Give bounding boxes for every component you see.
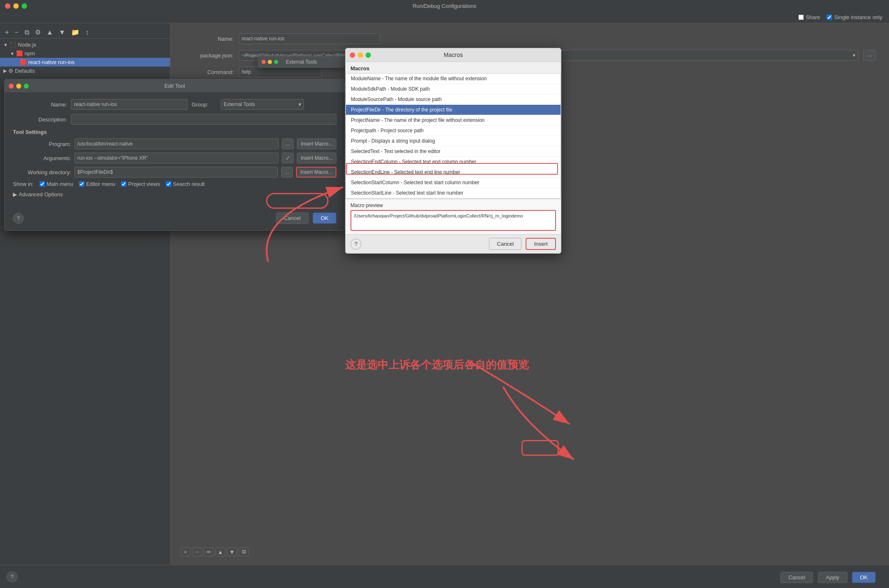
macros-item-6[interactable]: Prompt - Displays a string input dialog xyxy=(346,136,561,146)
remove-config-button[interactable]: − xyxy=(13,28,20,37)
edit-tool-title: Edit Tool xyxy=(10,83,340,89)
macros-section-label: Macros xyxy=(346,62,561,73)
name-input[interactable] xyxy=(239,33,380,44)
macros-preview-section: Macro preview /Users/lichaoqian/Project/… xyxy=(346,199,561,234)
sort-config-button[interactable]: ↕ xyxy=(84,28,90,37)
show-in-main-menu-checkbox[interactable] xyxy=(40,181,45,187)
macros-help-button[interactable]: ? xyxy=(351,239,361,250)
script-toolbar: + − ✏ ▲ ▼ ⧉ xyxy=(177,546,882,558)
dialog-close-button[interactable] xyxy=(9,84,14,89)
copy-script-button[interactable]: ⧉ xyxy=(239,547,249,556)
et-arguments-input[interactable] xyxy=(74,153,279,163)
et-show-in-label: Show in: xyxy=(13,181,34,187)
macros-insert-button[interactable]: Insert xyxy=(526,238,556,250)
macros-preview-label: Macro preview xyxy=(351,203,556,208)
macros-item-8[interactable]: SelectionEndColumn - Selected text end c… xyxy=(346,157,561,167)
macros-item-0[interactable]: ModuleName - The name of the module file… xyxy=(346,74,561,84)
single-instance-label: Single instance only xyxy=(834,14,882,20)
et-program-insert-macro-button[interactable]: Insert Macro... xyxy=(297,138,336,149)
mini-maximize-button[interactable] xyxy=(274,60,278,64)
command-input[interactable] xyxy=(239,67,322,77)
dialog-ok-button[interactable]: OK xyxy=(313,212,336,224)
up-script-button[interactable]: ▲ xyxy=(215,547,225,556)
macros-preview-box: /Users/lichaoqian/Project/Github/dvlproa… xyxy=(351,210,556,231)
close-button[interactable] xyxy=(5,3,10,9)
mini-close-button[interactable] xyxy=(262,60,266,64)
show-in-editor-menu-checkbox[interactable] xyxy=(79,181,84,187)
macros-item-10[interactable]: SelectionStartColumn - Selected text sta… xyxy=(346,178,561,188)
macros-cancel-button[interactable]: Cancel xyxy=(489,238,521,250)
macros-minimize-button[interactable] xyxy=(358,52,363,58)
et-working-dir-dots-button[interactable]: ... xyxy=(281,167,293,178)
macros-item-11[interactable]: SelectionStartLine - Selected text start… xyxy=(346,188,561,198)
dialog-body: Name: Group: External Tools ▾ Descriptio… xyxy=(5,92,345,208)
main-traffic-lights xyxy=(5,3,27,9)
apply-button[interactable]: Apply xyxy=(818,572,847,583)
macros-maximize-button[interactable] xyxy=(365,52,371,58)
share-label: Share xyxy=(806,14,820,20)
title-bar: Run/Debug Configurations xyxy=(0,0,889,12)
dialog-minimize-button[interactable] xyxy=(16,84,21,89)
advanced-options-row[interactable]: ▶ Advanced Options xyxy=(13,191,336,198)
command-label: Command: xyxy=(184,69,234,75)
et-group-dropdown[interactable]: External Tools ▾ xyxy=(221,99,304,110)
macros-item-2[interactable]: ModuleSourcePath - Module source path xyxy=(346,94,561,105)
macros-item-9[interactable]: SelectionEndLine - Selected text end lin… xyxy=(346,167,561,178)
macros-item-5[interactable]: Projectpath - Project source path xyxy=(346,126,561,136)
et-program-dots-button[interactable]: ... xyxy=(282,138,294,149)
folder-config-button[interactable]: 📁 xyxy=(69,28,81,37)
mini-minimize-button[interactable] xyxy=(268,60,272,64)
dialog-traffic-lights xyxy=(9,84,29,89)
sidebar-item-react-native[interactable]: 🟥 react-native run-ios xyxy=(0,58,170,67)
show-in-editor-menu: Editor menu xyxy=(79,181,115,187)
remove-script-button[interactable]: − xyxy=(192,547,202,556)
share-group: Share xyxy=(798,14,820,20)
edit-tool-dialog: Edit Tool Name: Group: External Tools ▾ … xyxy=(4,79,345,231)
minimize-button[interactable] xyxy=(13,3,19,9)
et-working-dir-input[interactable] xyxy=(74,167,278,178)
sidebar-toolbar: + − ⧉ ⚙ ▲ ▼ 📁 ↕ xyxy=(0,27,170,39)
show-in-project-views-checkbox[interactable] xyxy=(121,181,126,187)
sidebar-item-npm[interactable]: ▼ 🟥 npm xyxy=(0,49,170,58)
down-config-button[interactable]: ▼ xyxy=(57,28,67,37)
single-instance-checkbox[interactable] xyxy=(827,15,832,20)
share-checkbox[interactable] xyxy=(798,15,804,20)
macros-item-7[interactable]: SelectedText - Text selected in the edit… xyxy=(346,146,561,157)
up-config-button[interactable]: ▲ xyxy=(45,28,55,37)
et-name-input[interactable] xyxy=(71,99,188,110)
working-dir-row: Working directory: ... Insert Macro... xyxy=(13,167,336,178)
et-program-input[interactable] xyxy=(74,138,279,149)
down-script-button[interactable]: ▼ xyxy=(227,547,237,556)
macros-close-button[interactable] xyxy=(350,52,355,58)
add-script-button[interactable]: + xyxy=(180,547,190,556)
macros-titlebar: Macros xyxy=(346,48,561,62)
edit-script-button[interactable]: ✏ xyxy=(204,547,214,556)
npm-icon: 🟥 xyxy=(16,50,23,57)
cancel-button[interactable]: Cancel xyxy=(780,572,813,583)
maximize-button[interactable] xyxy=(22,3,27,9)
et-description-input[interactable] xyxy=(71,114,336,125)
settings-config-button[interactable]: ⚙ xyxy=(33,28,42,37)
help-button[interactable]: ? xyxy=(7,571,17,582)
macros-item-1[interactable]: ModuleSdkPath - Module SDK path xyxy=(346,84,561,94)
package-json-dots-button[interactable]: ··· xyxy=(863,50,876,61)
et-arguments-label: Arguments: xyxy=(13,155,71,161)
copy-config-button[interactable]: ⧉ xyxy=(23,28,31,37)
show-in-search-result-checkbox[interactable] xyxy=(166,181,171,187)
dialog-cancel-button[interactable]: Cancel xyxy=(276,212,309,224)
sidebar-item-defaults[interactable]: ▶ ⚙ Defaults xyxy=(0,67,170,75)
et-working-dir-label: Working directory: xyxy=(13,169,71,175)
et-arguments-expand-button[interactable]: ⤢ xyxy=(282,153,294,163)
ok-button[interactable]: OK xyxy=(852,572,876,583)
dialog-help-button[interactable]: ? xyxy=(13,213,24,224)
sidebar-item-nodejs[interactable]: ▼ ⬛ Node.js xyxy=(0,40,170,49)
dialog-maximize-button[interactable] xyxy=(24,84,29,89)
dropdown-arrow-icon: ▾ xyxy=(853,52,855,58)
show-in-project-views: Project views xyxy=(121,181,160,187)
macros-item-4[interactable]: ProjectName - The name of the project fi… xyxy=(346,115,561,126)
macros-item-3[interactable]: ProjectFileDir - The directory of the pr… xyxy=(346,105,561,115)
show-in-project-views-label: Project views xyxy=(128,181,160,187)
add-config-button[interactable]: + xyxy=(3,28,10,37)
et-arguments-insert-macro-button[interactable]: Insert Macro... xyxy=(297,153,336,163)
et-working-dir-insert-macro-button[interactable]: Insert Macro... xyxy=(296,167,336,178)
